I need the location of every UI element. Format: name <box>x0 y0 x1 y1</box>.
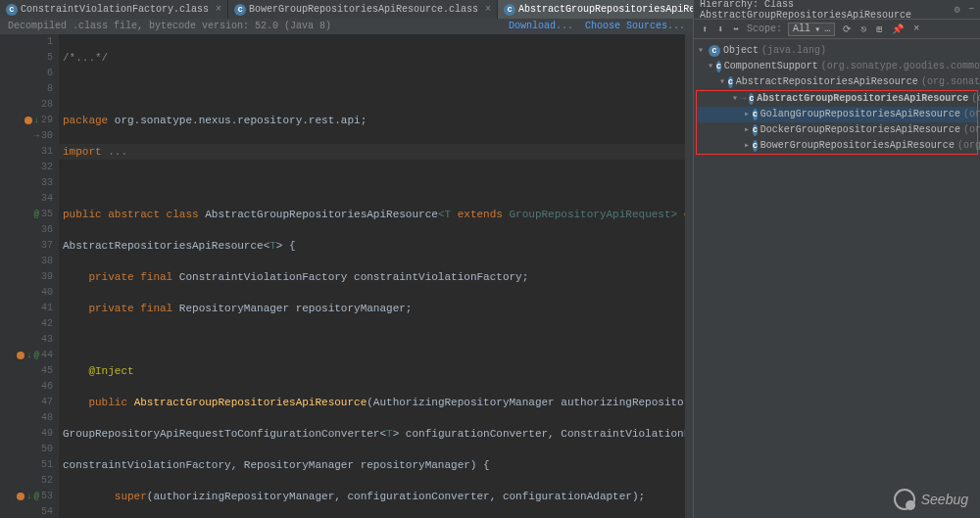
gear-icon[interactable]: ⚙ <box>955 4 960 16</box>
implement-icon[interactable]: ↓ <box>26 489 31 504</box>
tree-row-golang[interactable]: ▸ C GolangGroupRepositoriesApiResource (… <box>697 107 977 122</box>
tree-row-object[interactable]: ▾ C Object (java.lang) <box>696 43 978 59</box>
this-icon: → <box>741 91 746 107</box>
class-icon: C <box>709 45 720 57</box>
implement-icon[interactable]: ↓ <box>26 348 31 363</box>
watermark: Seebug <box>894 489 968 510</box>
tab-bower[interactable]: C BowerGroupRepositoriesApiResource.clas… <box>228 0 498 19</box>
class-icon: C <box>753 109 758 120</box>
code-editor[interactable]: 1 5 6 8 28 ↓29 →30 31 32 33 34 @35 36 37… <box>0 34 693 518</box>
chevron-down-icon[interactable]: ▾ <box>732 91 738 107</box>
close-icon[interactable]: × <box>485 4 491 15</box>
chevron-down-icon[interactable]: ▾ <box>719 74 725 90</box>
class-icon: C <box>728 76 733 88</box>
at-icon: @ <box>34 207 39 222</box>
chevron-down-icon[interactable]: ▾ <box>696 43 706 59</box>
ellipsis-icon[interactable]: … <box>824 24 830 34</box>
watermark-icon <box>894 489 915 510</box>
class-hier-icon[interactable]: ⬆ <box>700 24 710 35</box>
class-icon: C <box>6 4 18 16</box>
class-icon: C <box>753 124 758 136</box>
sub-hier-icon[interactable]: ⬌ <box>731 24 741 35</box>
chevron-right-icon[interactable]: ▸ <box>744 138 750 154</box>
gutter: 1 5 6 8 28 ↓29 →30 31 32 33 34 @35 36 37… <box>0 34 59 518</box>
code-area[interactable]: /*...*/ package org.sonatype.nexus.repos… <box>59 34 685 518</box>
close-icon[interactable]: × <box>911 24 921 34</box>
tree-row-docker[interactable]: ▸ C DockerGroupRepositoriesApiResource (… <box>697 122 977 138</box>
class-icon: C <box>753 140 758 152</box>
tab-label: BowerGroupRepositoriesApiResource.class <box>249 4 478 15</box>
tab-constraint[interactable]: C ConstraintViolationFactory.class × <box>0 0 228 19</box>
pin-icon[interactable]: 📌 <box>890 24 906 35</box>
class-icon: C <box>234 4 246 16</box>
hierarchy-header: Hierarchy: Class AbstractGroupRepositori… <box>694 0 980 20</box>
scope-select[interactable]: All▾ … <box>788 23 835 36</box>
chevron-right-icon[interactable]: ▸ <box>744 107 750 122</box>
hierarchy-title: Hierarchy: Class AbstractGroupRepositori… <box>700 0 955 21</box>
override-icon[interactable] <box>17 352 24 359</box>
override-icon[interactable] <box>24 117 32 124</box>
hierarchy-toolbar: ⬆ ⬇ ⬌ Scope: All▾ … ⟳ ⎋ ⊞ 📌 × <box>694 20 980 39</box>
decompile-info: Decompiled .class file, bytecode version… <box>8 21 331 32</box>
tree-row-bower[interactable]: ▸ C BowerGroupRepositoriesApiResource (o… <box>697 138 977 154</box>
tree-row-component[interactable]: ▾ C ComponentSupport (org.sonatype.goodi… <box>696 59 978 74</box>
info-bar: Decompiled .class file, bytecode version… <box>0 19 693 34</box>
class-icon: C <box>716 61 721 72</box>
scrollbar[interactable] <box>685 34 693 518</box>
class-icon: C <box>749 93 754 105</box>
editor-tabs: C ConstraintViolationFactory.class × C B… <box>0 0 693 19</box>
arrow-icon: → <box>34 128 39 144</box>
minimize-icon[interactable]: − <box>968 4 974 16</box>
tree-row-abstractgroup[interactable]: ▾ → C AbstractGroupRepositoriesApiResour… <box>697 91 977 107</box>
hierarchy-tree[interactable]: ▾ C Object (java.lang) ▾ C ComponentSupp… <box>694 39 980 518</box>
super-hier-icon[interactable]: ⬇ <box>715 24 725 35</box>
chevron-down-icon[interactable]: ▾ <box>708 59 713 74</box>
refresh-icon[interactable]: ⟳ <box>841 24 853 35</box>
chevron-right-icon[interactable]: ▸ <box>744 122 750 138</box>
download-link[interactable]: Download... <box>509 21 573 32</box>
class-icon: C <box>504 4 515 16</box>
close-icon[interactable]: × <box>216 4 221 15</box>
override-icon[interactable] <box>17 493 24 500</box>
implement-icon[interactable]: ↓ <box>34 113 39 128</box>
tree-row-abstractrepo[interactable]: ▾ C AbstractRepositoriesApiResource (org… <box>696 74 978 90</box>
autoscroll-icon[interactable]: ⎋ <box>858 24 868 35</box>
choose-sources-link[interactable]: Choose Sources... <box>585 21 685 32</box>
expand-icon[interactable]: ⊞ <box>874 24 884 35</box>
tab-label: ConstraintViolationFactory.class <box>21 4 209 15</box>
